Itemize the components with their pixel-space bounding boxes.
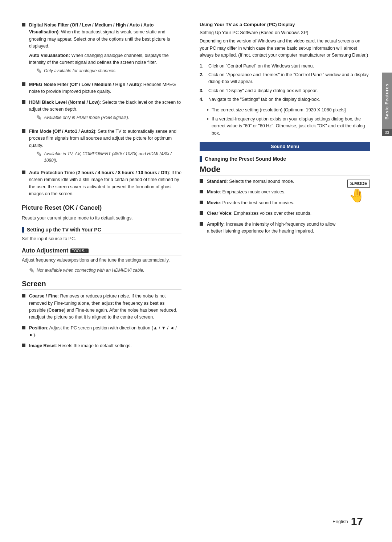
dot-item: • If a vertical-frequency option exists … <box>207 116 370 137</box>
auto-adjustment-desc: Adjust frequency values/positions and fi… <box>22 257 181 264</box>
bullet-bold: MPEG Noise Filter (Off / Low / Medium / … <box>29 82 141 87</box>
note-text: Available only in HDMI mode (RGB signals… <box>44 114 129 121</box>
bullet-square-icon <box>22 23 25 26</box>
intro-text: Setting Up Your PC Software (Based on Wi… <box>200 29 370 36</box>
bullet-square-icon <box>200 190 203 193</box>
setting-up-tv-heading: Setting up the TV with Your PC <box>22 227 181 234</box>
list-item: Music: Emphasizes music over voices. <box>200 189 338 196</box>
top-bullet-list: Digital Noise Filter (Off / Low / Medium… <box>22 22 181 198</box>
step-text: Click on "Control Panel" on the Windows … <box>208 63 370 70</box>
footer: English 17 <box>332 515 363 527</box>
bullet-bold: Amplify <box>207 222 224 227</box>
tools-badge: TOOLS♫ <box>70 249 88 253</box>
list-item: Standard: Selects the normal sound mode. <box>200 178 338 185</box>
bullet-bold: Auto Protection Time (2 hours / 4 hours … <box>29 170 169 175</box>
note-icon: ✎ <box>36 67 42 75</box>
changing-preset-label: Changing the Preset Sound Mode <box>205 156 286 162</box>
sub-note: Auto Visualisation: When changing analog… <box>29 52 181 66</box>
bullet-square-icon <box>22 294 25 297</box>
step-text: Click on "Appearance and Themes" in the … <box>208 71 370 86</box>
step-number: 2. <box>200 71 205 78</box>
bullet-bold: Position <box>29 325 47 330</box>
list-item: Clear Voice: Emphasizes voices over othe… <box>200 210 338 217</box>
bullet-square-icon <box>22 129 25 133</box>
screen-bullet-list: Coarse / Fine: Removes or reduces pictur… <box>22 293 181 349</box>
list-item: MPEG Noise Filter (Off / Low / Medium / … <box>22 81 181 95</box>
numbered-list: 1. Click on "Control Panel" on the Windo… <box>200 63 370 103</box>
picture-reset-section: Picture Reset (OK / Cancel) Resets your … <box>22 204 181 222</box>
sound-menu-box: Sound Menu <box>200 142 370 151</box>
screen-section: Screen Coarse / Fine: Removes or reduces… <box>22 280 181 349</box>
picture-reset-heading: Picture Reset (OK / Cancel) <box>22 204 181 213</box>
bullet-bold: Film Mode (Off / Auto1 / Auto2) <box>29 129 95 134</box>
step-number: 3. <box>200 87 205 94</box>
auto-adjustment-section: Auto Adjustment TOOLS♫ Adjust frequency … <box>22 247 181 275</box>
bullet-bold: Clear Voice <box>207 211 231 216</box>
bullet-square-icon <box>22 326 25 329</box>
changing-preset-heading: Changing the Preset Sound Mode <box>200 156 370 163</box>
bullet-square-icon <box>22 171 25 174</box>
list-item: Position: Adjust the PC screen position … <box>22 325 181 339</box>
footer-english-label: English <box>332 519 348 524</box>
bullet-bold: Coarse / Fine <box>29 293 58 299</box>
bullet-square-icon <box>200 201 203 204</box>
list-item: Movie: Provides the best sound for movie… <box>200 200 338 206</box>
list-item: Image Reset: Resets the image to default… <box>22 342 181 349</box>
bullet-bold: HDMI Black Level (Normal / Low) <box>29 100 99 105</box>
smode-container: S.MODE 🤚 <box>344 180 370 202</box>
bullet-bold: Image Reset <box>29 343 56 348</box>
auto-adjustment-heading-row: Auto Adjustment TOOLS♫ <box>22 247 181 255</box>
using-tv-pc-heading: Using Your TV as a Computer (PC) Display <box>200 22 370 27</box>
note-item: ✎ Not available when connecting with an … <box>29 267 181 275</box>
bullet-rest: : Adjust the PC screen position with dir… <box>29 325 177 337</box>
step-number: 4. <box>200 96 205 103</box>
list-item: 3. Click on "Display" and a display dial… <box>200 87 370 94</box>
left-column: Digital Noise Filter (Off / Low / Medium… <box>22 22 196 353</box>
picture-reset-desc: Resets your current picture mode to its … <box>22 215 181 222</box>
list-item: HDMI Black Level (Normal / Low): Selects… <box>22 99 181 124</box>
setting-up-tv-desc: Set the input source to PC. <box>22 235 181 242</box>
list-item: 4. Navigate to the "Settings" tab on the… <box>200 96 370 103</box>
changing-preset-sound-section: Changing the Preset Sound Mode Mode Stan… <box>200 156 370 238</box>
note-item: ✎ Only available for analogue channels. <box>36 67 181 75</box>
dot-icon: • <box>207 107 209 114</box>
page: 03 Basic Features Digital Noise Filter (… <box>0 0 392 542</box>
bullet-bold: Movie <box>207 200 220 205</box>
setting-up-tv-section: Setting up the TV with Your PC Set the i… <box>22 227 181 242</box>
smode-badge: S.MODE <box>347 180 370 188</box>
mode-bullet-list: Standard: Selects the normal sound mode.… <box>200 178 338 235</box>
note-item: ✎ Available in TV, AV, COMPONENT (480i /… <box>36 151 181 164</box>
note-text: Available in TV, AV, COMPONENT (480i / 1… <box>44 151 181 164</box>
mode-content-row: Standard: Selects the normal sound mode.… <box>200 178 370 238</box>
note-icon: ✎ <box>36 151 42 159</box>
bullet-square-icon <box>200 179 203 183</box>
dot-text: If a vertical-frequency option exists on… <box>212 116 370 137</box>
note-item: ✎ Available only in HDMI mode (RGB signa… <box>36 114 181 122</box>
list-item: Amplify: Increase the intensity of high-… <box>200 221 338 235</box>
bullet-square-icon <box>200 211 203 215</box>
bullet-rest: : Resets the image to default settings. <box>56 343 132 348</box>
list-item: Auto Protection Time (2 hours / 4 hours … <box>22 169 181 198</box>
bullet-rest: : Emphasizes voices over other sounds. <box>231 211 311 216</box>
note-icon: ✎ <box>29 267 34 275</box>
bullet-bold: Music <box>207 189 220 194</box>
list-item: Coarse / Fine: Removes or reduces pictur… <box>22 293 181 321</box>
using-tv-pc-section: Using Your TV as a Computer (PC) Display… <box>200 22 370 137</box>
dot-icon: • <box>207 116 209 123</box>
step-text: Navigate to the "Settings" tab on the di… <box>208 96 370 103</box>
bullet-square-icon <box>22 344 25 347</box>
step-text: Click on "Display" and a display dialog … <box>208 87 370 94</box>
bullet-rest: : Selects the normal sound mode. <box>226 179 294 184</box>
list-item: Digital Noise Filter (Off / Low / Medium… <box>22 22 181 78</box>
note-text: Only available for analogue channels. <box>44 67 117 74</box>
bullet-rest: : Provides the best sound for movies. <box>220 200 294 205</box>
note-text: Not available when connecting with an HD… <box>37 267 144 274</box>
bullet-square-icon <box>22 82 25 86</box>
list-item: 2. Click on "Appearance and Themes" in t… <box>200 71 370 86</box>
note-icon: ✎ <box>36 114 42 122</box>
blue-bar-icon <box>22 227 24 233</box>
bullet-rest: : Increase the intensity of high-frequen… <box>207 222 335 234</box>
step-number: 1. <box>200 63 205 70</box>
right-column: Using Your TV as a Computer (PC) Display… <box>196 22 370 353</box>
list-item: 1. Click on "Control Panel" on the Windo… <box>200 63 370 70</box>
